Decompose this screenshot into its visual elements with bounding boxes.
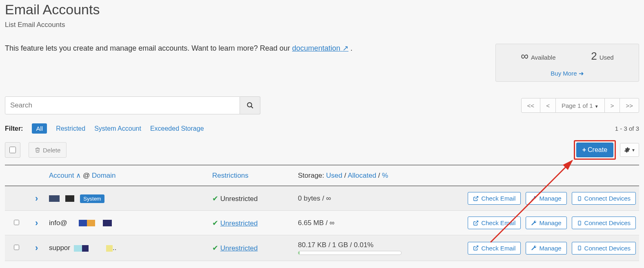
gear-icon [624,147,630,153]
create-button[interactable]: + Create [576,143,613,157]
page-prev-button[interactable]: < [540,98,556,113]
plus-icon: + [582,146,586,154]
page-title: Email Accounts [5,2,639,18]
check-icon: ✔ [212,194,218,203]
caret-down-icon: ▼ [595,104,599,109]
sort-restrictions[interactable]: Restrictions [212,172,249,179]
restriction-text: Unrestricted [220,195,258,203]
svg-line-3 [475,196,478,199]
sort-storage-allocated[interactable]: Allocated [348,172,376,179]
select-all-checkbox[interactable] [9,147,16,153]
storage-cell: 0 bytes / ∞ [295,186,446,211]
expand-row-chevron-icon[interactable]: › [31,243,42,253]
sort-storage-used[interactable]: Used [326,172,342,179]
external-icon [473,196,479,201]
sort-account[interactable]: Account ∧ [49,172,81,179]
delete-button[interactable]: Delete [29,142,67,158]
account-cell: suppor .. [46,235,209,261]
filter-all[interactable]: All [32,123,47,134]
available-symbol: ∞ [521,50,529,63]
storage-cell: 6.65 MB / ∞ [295,211,446,235]
expand-row-chevron-icon[interactable]: › [31,218,42,228]
search-button[interactable] [240,96,260,114]
trash-icon [35,147,40,153]
filter-label: Filter: [5,125,23,132]
documentation-link[interactable]: documentation ↗ [292,44,349,52]
restriction-link[interactable]: Unrestricted [220,244,258,252]
system-badge: System [80,194,104,203]
filter-restricted[interactable]: Restricted [56,125,85,132]
filter-system-account[interactable]: System Account [94,125,141,132]
page-first-button[interactable]: << [521,98,541,113]
restriction-link[interactable]: Unrestricted [220,219,258,227]
used-label: Used [600,54,614,61]
page-subtitle: List Email Accounts [5,21,639,29]
svg-line-2 [491,161,572,242]
storage-cell: 80.17 KB / 1 GB / 0.01% [295,235,446,261]
sort-domain[interactable]: Domain [92,172,116,179]
result-count: 1 - 3 of 3 [615,125,639,132]
page-next-button[interactable]: > [604,98,620,113]
check-icon: ✔ [212,244,218,252]
caret-down-icon: ▼ [631,148,635,152]
pagination: << < Page 1 of 1 ▼ > >> [522,98,639,113]
sort-storage-percent[interactable]: % [382,172,388,179]
svg-line-6 [475,221,478,223]
svg-point-0 [247,103,252,107]
annotation-arrow [486,156,588,246]
account-cell: System [46,186,209,211]
arrow-right-icon: ➜ [579,70,584,77]
page-description: This feature lets you create and manage … [5,44,353,53]
storage-progress [298,251,402,255]
svg-line-9 [475,246,478,248]
sort-asc-icon: ∧ [76,172,81,179]
search-input[interactable] [5,96,240,114]
used-value: 2 [591,50,597,63]
buy-more-link[interactable]: Buy More ➜ [551,70,584,77]
filter-exceeded-storage[interactable]: Exceeded Storage [150,125,204,132]
search-icon [246,102,254,109]
svg-line-1 [251,106,253,108]
row-checkbox[interactable] [14,245,19,250]
check-icon: ✔ [212,219,218,227]
external-icon [473,245,479,251]
row-checkbox[interactable] [14,220,19,225]
available-label: Available [531,54,556,61]
external-icon [473,220,479,226]
page-last-button[interactable]: >> [620,98,639,113]
stats-panel: ∞ Available 2 Used Buy More ➜ [495,44,639,82]
select-all-wrapper[interactable] [5,142,20,158]
settings-dropdown-button[interactable]: ▼ [620,143,639,157]
page-indicator-button[interactable]: Page 1 of 1 ▼ [555,98,605,113]
expand-row-chevron-icon[interactable]: › [31,193,42,204]
account-cell: info@ [46,211,209,235]
external-link-icon: ↗ [342,44,349,52]
